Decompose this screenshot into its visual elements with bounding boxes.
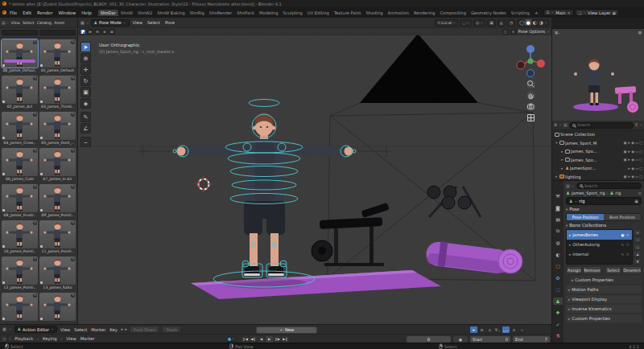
outliner-filter-icon[interactable]: ▤ <box>564 123 568 127</box>
hide-eye-icon[interactable]: ◉ <box>631 166 634 170</box>
hide-eye-icon[interactable]: ◉ <box>631 174 634 179</box>
menu-window[interactable]: Window <box>56 10 78 15</box>
select-mode-extend-icon[interactable]: ⊞ <box>87 29 93 35</box>
asset-item[interactable]: 00_James_Defaul.. <box>2 39 38 75</box>
properties-editor-icon[interactable]: ▤ <box>566 184 570 188</box>
asset-thumbnail[interactable] <box>39 257 76 285</box>
tab-object[interactable]: ▢ <box>553 262 563 269</box>
pan-hand-icon[interactable] <box>526 91 535 100</box>
material-shading-icon[interactable]: ◐ <box>531 19 538 26</box>
prev-action-icon[interactable]: ◂ <box>121 327 123 331</box>
asset-thumbnail[interactable] <box>39 220 76 248</box>
blender-menu-icon[interactable] <box>2 10 6 14</box>
asset-thumbnail[interactable] <box>2 76 38 104</box>
rest-position-button[interactable]: Rest Position <box>604 214 641 220</box>
collection-menu-button[interactable]: ⌄ <box>634 244 642 250</box>
fake-user-shield-icon[interactable]: ▣ <box>634 199 638 203</box>
armature-name-field[interactable]: ♟⌄ rig ▣ <box>566 197 642 205</box>
asset-search-input[interactable] <box>39 30 76 35</box>
play-reverse-button[interactable]: ◀ <box>258 336 265 343</box>
timeline-menu-marker[interactable]: Marker <box>80 336 96 341</box>
proportional-edit-icon[interactable]: ⊙ <box>510 326 518 333</box>
outliner-search[interactable] <box>569 122 634 129</box>
bone-collection-row[interactable]: ▸ JamesBones ◉ ☆ <box>567 230 632 240</box>
preview-editor-icon[interactable]: ▦⌄ <box>555 31 561 35</box>
panel-inverse-kinematics[interactable]: ▸Inverse Kinematics <box>566 305 642 313</box>
solo-star-icon[interactable]: ☆ <box>626 232 630 237</box>
scene-selector[interactable]: ⧉⌄ Main ✕ <box>543 9 574 16</box>
auto-keying-button[interactable]: ◉ <box>453 336 468 343</box>
show-overlays-button[interactable]: ◭ <box>497 19 506 27</box>
show-gizmo-button[interactable]: ▣ <box>487 19 496 27</box>
asset-menu-catalog[interactable]: Catalog <box>36 21 52 25</box>
stash-button[interactable]: Stash <box>162 326 181 333</box>
editor-type-icon[interactable]: ◷ <box>2 337 6 341</box>
menu-edit[interactable]: Edit <box>20 10 34 15</box>
viewport-disable-icon[interactable]: ▭ <box>635 141 638 145</box>
timeline-menu-keying[interactable]: Keying <box>42 336 57 341</box>
wireframe-shading-icon[interactable]: ◯ <box>518 19 525 26</box>
workspace-tab[interactable]: ShnW Baking <box>155 10 187 16</box>
workspace-tab[interactable]: ShnRig <box>188 10 207 16</box>
viewport-menu-select[interactable]: Select <box>146 20 162 25</box>
asset-catalog-dropdown[interactable] <box>2 30 38 35</box>
asset-item[interactable]: 01_James_Default <box>39 39 76 75</box>
asset-thumbnail[interactable] <box>2 257 38 285</box>
snap-magnet-button[interactable]: ◡⌄ <box>460 19 472 27</box>
workspace-tab[interactable]: ShnW2 <box>135 10 155 16</box>
current-frame-field[interactable]: 0 <box>407 336 451 343</box>
tab-render[interactable]: ◙ <box>553 204 563 211</box>
display-mode-icon[interactable]: ≣ <box>554 123 557 127</box>
bone-collection-row[interactable]: ▸ OtherAutorig ∿ ☆ <box>567 240 632 249</box>
errors-filter-icon[interactable]: ⚠ <box>486 326 493 333</box>
outliner-search-input[interactable] <box>577 123 630 127</box>
asset-thumbnail[interactable] <box>2 39 38 68</box>
render-disable-icon[interactable]: ▢ <box>639 158 642 162</box>
tab-tool[interactable]: ⚒ <box>553 192 563 199</box>
select-box-tool[interactable]: ➤ <box>80 42 91 52</box>
select-mode-subtract-icon[interactable]: ⊟ <box>94 29 101 35</box>
interpolation-icon[interactable]: ∿ <box>518 326 526 333</box>
mode-dropdown[interactable]: ♟ Pose Mode ⌄ <box>91 19 130 27</box>
tab-object-data[interactable]: ♟ <box>553 298 563 305</box>
viewport-menu-view[interactable]: View <box>131 20 144 25</box>
asset-thumbnail[interactable] <box>39 184 76 212</box>
workspace-tab[interactable]: Animation <box>385 10 411 16</box>
workspace-tab[interactable]: Compositing <box>437 10 469 16</box>
viewport-canvas[interactable]: User Orthographic (0) James_Sport_rig : … <box>78 35 551 324</box>
selectable-icon[interactable]: ➤ <box>628 174 631 179</box>
add-collection-button[interactable]: ＋ <box>634 229 642 236</box>
next-keyframe-button[interactable]: ❙▶ <box>274 336 281 343</box>
tab-bone[interactable]: ❖ <box>553 309 563 316</box>
frame-start-field[interactable]: Start0 <box>470 336 510 343</box>
remove-button[interactable]: Remove <box>583 266 601 274</box>
add-workspace-button[interactable]: + <box>532 10 541 15</box>
selectable-icon[interactable]: ➤ <box>628 141 631 145</box>
action-editor-mode-dropdown[interactable]: ♟ Action Editor ⌄ <box>14 326 58 333</box>
jump-to-end-button[interactable]: ▶❙ <box>282 336 289 343</box>
workspace-tab[interactable]: Modeling <box>257 10 281 16</box>
bone-collection-row[interactable]: ▸ internal ∿ ☆ <box>567 249 632 259</box>
tab-output[interactable]: ▤ <box>553 216 563 223</box>
select-mode-invert-icon[interactable]: ⊗ <box>101 29 108 35</box>
asset-menu-select[interactable]: Select <box>22 21 35 25</box>
move-down-button[interactable]: ▾ <box>634 258 642 265</box>
cursor-tool[interactable]: ⊕ <box>80 53 91 64</box>
render-disable-icon[interactable]: ▢ <box>639 141 642 145</box>
tab-world[interactable]: ◐ <box>553 251 563 258</box>
outliner-row-armature[interactable]: ▸♟ JamesSpor... ➤◉▭▢ <box>552 164 644 173</box>
asset-item[interactable]: 11_James_Pointi.. <box>39 220 76 256</box>
asset-item[interactable]: 07_James_In Air <box>39 148 76 183</box>
navigation-gizmo[interactable] <box>516 43 545 77</box>
render-disable-icon[interactable]: ▢ <box>639 150 642 154</box>
outliner-row-lighting[interactable]: ▸ lighting ▣➤◉▭▢ <box>552 173 644 182</box>
tab-physics[interactable]: ◌ <box>553 285 563 293</box>
asset-item[interactable]: 05_James_Dont_.. <box>39 112 76 147</box>
workspace-tab[interactable]: Geometry Nodes <box>469 10 509 16</box>
hidden-filter-icon[interactable]: ⧉ <box>478 326 485 333</box>
asset-item[interactable]: 10_James_Pointi.. <box>2 220 38 256</box>
deselect-button[interactable]: Deselect <box>622 266 642 274</box>
render-disable-icon[interactable]: ▢ <box>639 174 642 179</box>
workspace-tab[interactable]: UV Editing <box>305 10 332 16</box>
outliner-row-child-collection[interactable]: ▸ James_Spo... ▣➤◉▭▢ <box>552 156 644 165</box>
